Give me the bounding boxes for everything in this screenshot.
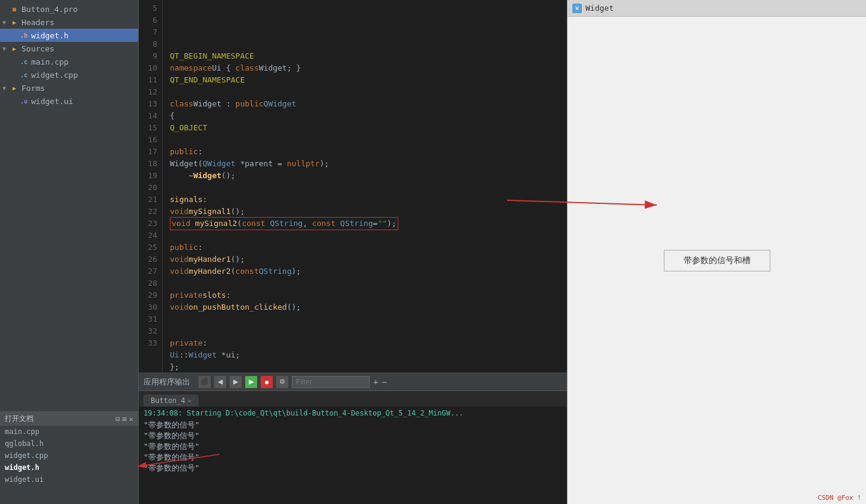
widget-button[interactable]: 带参数的信号和槽 <box>664 250 770 271</box>
line-num-18: 18 <box>139 158 157 170</box>
tree-item-label: Headers <box>22 18 54 27</box>
line-num-11: 11 <box>139 74 157 86</box>
add-filter-btn[interactable]: + <box>373 377 378 387</box>
code-line-25 <box>170 277 560 289</box>
clear-btn[interactable]: ⬛ <box>199 376 211 388</box>
open-docs-panel: 打开文档 ⊟ ⊞ ✕ main.cppqglobal.hwidget.cppwi… <box>0 411 138 504</box>
close-open-docs-icon[interactable]: ✕ <box>129 415 133 423</box>
line-num-27: 27 <box>139 265 157 277</box>
tree-item-label: widget.h <box>31 31 69 40</box>
code-line-20: void mySignal2(const QString, const QStr… <box>170 218 560 230</box>
tree-item-forms[interactable]: ▼▶Forms <box>0 81 138 94</box>
code-line-14: public: <box>170 146 560 158</box>
run-btn[interactable]: ▶ <box>245 376 257 388</box>
open-doc-widget-h[interactable]: widget.h <box>0 462 138 474</box>
code-line-6: QT_BEGIN_NAMESPACE <box>170 50 560 62</box>
line-num-24: 24 <box>139 230 157 242</box>
line-num-21: 21 <box>139 194 157 206</box>
code-editor: 5678910111213141516171819202122232425262… <box>139 0 567 372</box>
tree-item-label: Button_4.pro <box>22 5 78 14</box>
tree-item-headers[interactable]: ▼▶Headers <box>0 16 138 29</box>
open-doc-widget-ui[interactable]: widget.ui <box>0 474 138 485</box>
main-area: 5678910111213141516171819202122232425262… <box>139 0 567 504</box>
line-num-14: 14 <box>139 110 157 122</box>
pro-icon: ■ <box>10 4 19 14</box>
open-doc-main-cpp[interactable]: main.cpp <box>0 426 138 438</box>
widget-icon: W <box>572 4 582 13</box>
tree-item-label: widget.ui <box>31 97 73 106</box>
code-line-28 <box>170 313 560 325</box>
code-content[interactable]: QT_BEGIN_NAMESPACEnamespace Ui { class W… <box>163 0 567 372</box>
code-line-8: QT_END_NAMESPACE <box>170 74 560 86</box>
tree-arrow: ▼ <box>2 19 10 26</box>
settings-btn[interactable]: ⚙ <box>276 376 288 388</box>
line-num-25: 25 <box>139 242 157 253</box>
output-line-3: "带参数的信号" <box>144 452 562 463</box>
tree-item-sources[interactable]: ▼▶Sources <box>0 42 138 55</box>
output-title: 应用程序输出 <box>144 377 190 387</box>
output-line-2: "带参数的信号" <box>144 441 562 452</box>
tree-item-button4pro[interactable]: ■Button_4.pro <box>0 2 138 16</box>
tree-item-maincpp[interactable]: .cmain.cpp <box>0 55 138 68</box>
tab-close-icon[interactable]: ✕ <box>188 398 191 404</box>
grid-icon[interactable]: ⊞ <box>123 415 127 423</box>
tree-item-label: main.cpp <box>31 57 69 66</box>
folder-icon: ▶ <box>10 83 19 93</box>
split-icon[interactable]: ⊟ <box>115 415 120 423</box>
line-numbers: 5678910111213141516171819202122232425262… <box>139 0 163 372</box>
line-num-30: 30 <box>139 301 157 313</box>
output-tab-button4[interactable]: Button_4 ✕ <box>144 395 199 407</box>
code-line-7: namespace Ui { class Widget; } <box>170 62 560 74</box>
tree-item-widgeth[interactable]: .hwidget.h <box>0 29 138 42</box>
code-line-26: private slots: <box>170 289 560 301</box>
stop-btn[interactable]: ■ <box>261 376 273 388</box>
tree-item-label: Sources <box>22 44 54 53</box>
filter-input[interactable] <box>292 376 370 388</box>
open-doc-qglobal-h[interactable]: qglobal.h <box>0 438 138 450</box>
output-panel: 应用程序输出 ⬛ ◀ ▶ ▶ ■ ⚙ + − Button_4 ✕ 19:34:… <box>139 372 567 504</box>
open-doc-widget-cpp[interactable]: widget.cpp <box>0 450 138 462</box>
cpp-icon: .c <box>19 70 29 80</box>
watermark: CSDN @Fox ! <box>818 494 861 502</box>
open-docs-icons: ⊟ ⊞ ✕ <box>115 415 133 423</box>
code-line-16: ~Widget(); <box>170 170 560 182</box>
tree-item-widgetcpp[interactable]: .cwidget.cpp <box>0 68 138 81</box>
file-tree: ■Button_4.pro▼▶Headers.hwidget.h▼▶Source… <box>0 0 138 411</box>
tree-item-widgetui[interactable]: .uwidget.ui <box>0 94 138 108</box>
tree-arrow: ▼ <box>2 45 10 52</box>
h-icon: .h <box>19 30 29 40</box>
line-num-10: 10 <box>139 62 157 74</box>
remove-filter-btn[interactable]: − <box>382 377 386 387</box>
code-line-11: { <box>170 110 560 122</box>
code-line-18: signals: <box>170 194 560 206</box>
open-docs-header: 打开文档 ⊟ ⊞ ✕ <box>0 412 138 426</box>
next-btn[interactable]: ▶ <box>230 376 242 388</box>
output-toolbar: 应用程序输出 ⬛ ◀ ▶ ▶ ■ ⚙ + − <box>139 373 567 391</box>
code-line-31: Ui::Widget *ui; <box>170 349 560 361</box>
widget-title: Widget <box>586 4 614 13</box>
code-line-15: Widget(QWidget *parent = nullptr); <box>170 158 560 170</box>
code-line-24: void myHander2(const QString); <box>170 265 560 277</box>
line-num-16: 16 <box>139 134 157 146</box>
code-line-10: class Widget : public QWidget <box>170 98 560 110</box>
line-num-20: 20 <box>139 182 157 194</box>
prev-btn[interactable]: ◀ <box>214 376 226 388</box>
line-num-13: 13 <box>139 98 157 110</box>
output-tabs: Button_4 ✕ <box>139 391 567 407</box>
code-line-17 <box>170 182 560 194</box>
line-num-28: 28 <box>139 277 157 289</box>
code-line-19: void mySignal1(); <box>170 206 560 218</box>
widget-body: 带参数的信号和槽 <box>568 17 866 504</box>
code-line-9 <box>170 86 560 98</box>
code-line-29 <box>170 325 560 337</box>
line-num-5: 5 <box>139 2 157 14</box>
output-line-1: "带参数的信号" <box>144 430 562 441</box>
output-line-0: "带参数的信号" <box>144 420 562 430</box>
output-content: 19:34:08: Starting D:\code_Qt\qt\build-B… <box>139 407 567 504</box>
line-num-26: 26 <box>139 253 157 265</box>
code-line-5 <box>170 38 560 50</box>
output-line-4: "带参数的信号" <box>144 463 562 474</box>
line-num-33: 33 <box>139 337 157 349</box>
line-num-7: 7 <box>139 26 157 38</box>
code-line-13 <box>170 134 560 146</box>
